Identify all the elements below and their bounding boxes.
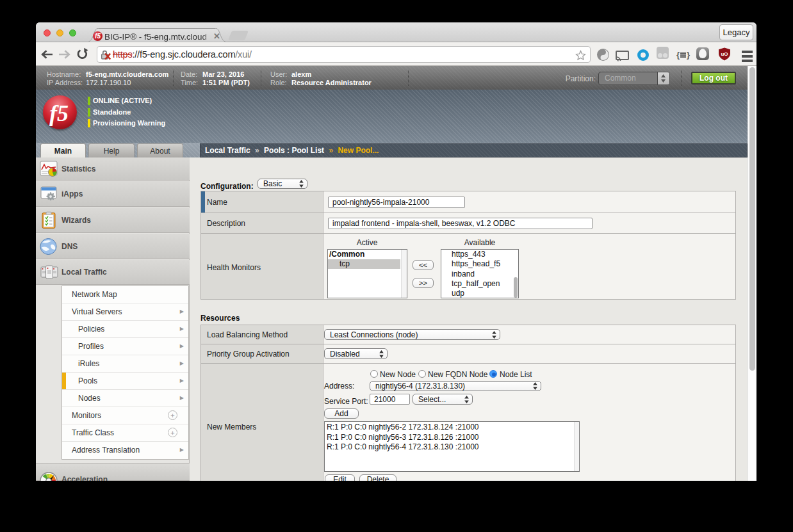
svg-text:uO: uO <box>721 51 728 57</box>
